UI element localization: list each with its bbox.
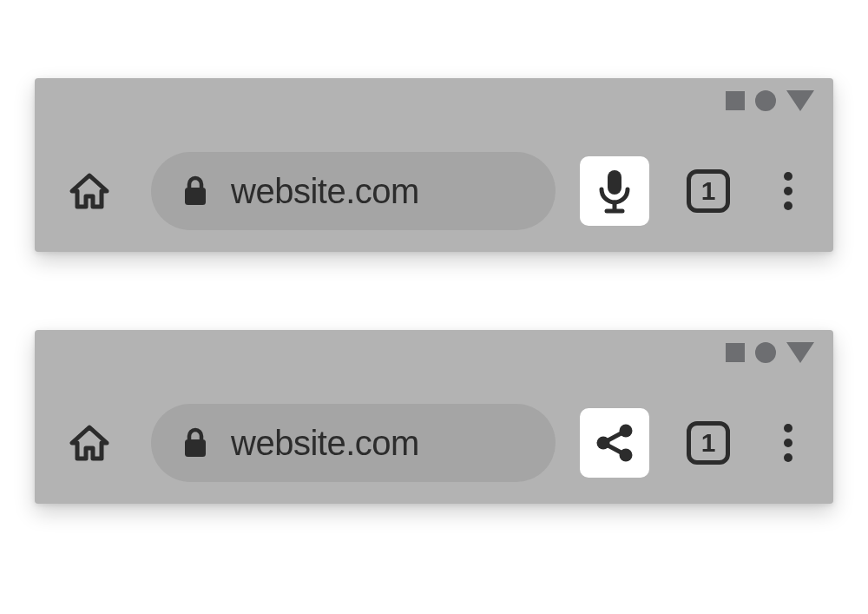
status-triangle-icon	[786, 342, 814, 363]
home-button[interactable]	[62, 164, 116, 218]
svg-rect-0	[185, 188, 206, 205]
status-circle-icon	[755, 90, 776, 111]
status-square-icon	[726, 343, 745, 362]
svg-point-9	[620, 449, 633, 462]
overflow-menu-button[interactable]	[771, 167, 806, 215]
tab-count: 1	[701, 178, 716, 204]
browser-toolbar: website.com 1	[35, 330, 833, 504]
url-text: website.com	[231, 172, 419, 211]
toolbar-row: website.com 1	[35, 148, 833, 234]
share-button[interactable]	[580, 408, 649, 478]
more-vert-icon	[784, 439, 792, 447]
home-icon	[69, 170, 110, 212]
address-bar[interactable]: website.com	[151, 152, 556, 230]
status-square-icon	[726, 91, 745, 110]
home-icon	[69, 422, 110, 464]
address-bar[interactable]: website.com	[151, 404, 556, 482]
status-triangle-icon	[786, 90, 814, 111]
svg-point-7	[620, 425, 633, 438]
svg-rect-1	[608, 170, 621, 195]
status-bar	[726, 90, 814, 111]
status-circle-icon	[755, 342, 776, 363]
lock-icon	[182, 176, 208, 206]
lock-icon	[182, 428, 208, 458]
status-bar	[726, 342, 814, 363]
more-vert-icon	[784, 424, 792, 432]
url-text: website.com	[231, 424, 419, 463]
tab-switcher-button[interactable]: 1	[684, 167, 733, 215]
svg-point-8	[597, 437, 610, 450]
share-icon	[592, 420, 637, 465]
tab-count-frame: 1	[687, 169, 730, 213]
tab-switcher-button[interactable]: 1	[684, 419, 733, 467]
toolbar-row: website.com 1	[35, 399, 833, 486]
more-vert-icon	[784, 172, 792, 181]
browser-toolbar: website.com 1	[35, 78, 833, 252]
overflow-menu-button[interactable]	[771, 419, 806, 467]
more-vert-icon	[784, 201, 792, 210]
microphone-icon	[595, 167, 634, 215]
tab-count-frame: 1	[687, 421, 730, 465]
more-vert-icon	[784, 453, 792, 462]
svg-rect-4	[185, 439, 206, 457]
tab-count: 1	[701, 430, 716, 456]
home-button[interactable]	[62, 416, 116, 470]
voice-search-button[interactable]	[580, 156, 649, 226]
more-vert-icon	[784, 187, 792, 195]
